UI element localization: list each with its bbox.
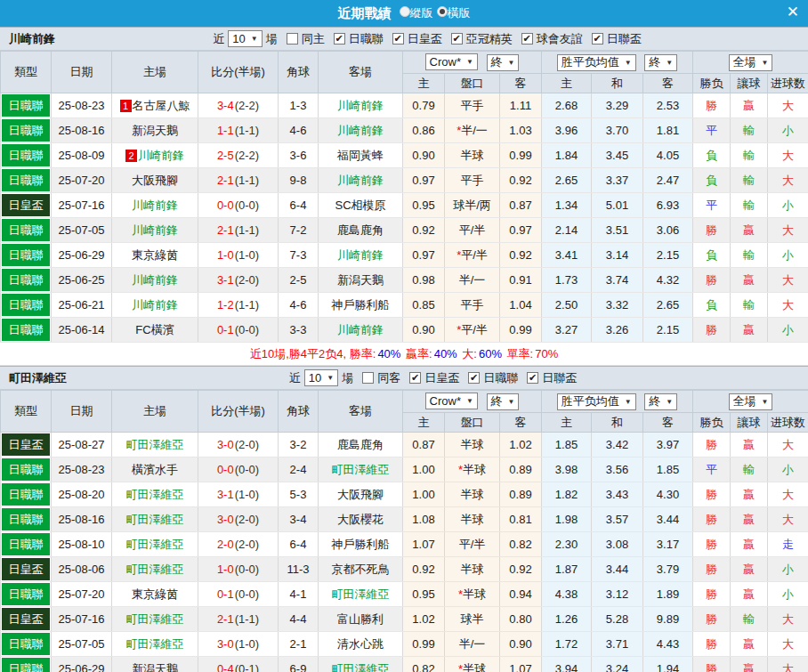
odds-company-select[interactable]: Crow* ▼ [425,393,478,409]
home-odds-cell: 0.92 [403,557,445,582]
view-radio-unselected[interactable] [400,6,410,17]
away-team-name: SC相模原 [335,198,385,212]
away-avg-cell: 2.47 [643,168,693,193]
handicap-result-cell: 輸 [731,243,768,268]
handicap-text: 半球 [461,488,484,501]
corner-cell: 5-3 [279,482,319,507]
league-type-badge: 日職聯 [2,119,50,142]
view-option-label: 縱版 [410,6,433,20]
result-cell: 負 [693,243,731,268]
odds-time-select[interactable]: 終 ▼ [487,393,520,410]
away-avg-cell: 6.93 [643,193,693,218]
odds-time-select[interactable]: 終 ▼ [487,54,520,71]
league-type-cell: 日皇盃 [1,193,52,218]
filter-checkbox[interactable]: ✔ [592,33,603,45]
handicap-text: 半球 [461,149,484,162]
odds-company-select[interactable]: Crow* ▼ [425,53,478,70]
fullmatch-group-header: 全場 ▼ [693,52,808,74]
home-team-name: 町田澤維亞 [126,612,184,626]
home-team-name: 町田澤維亞 [126,488,184,501]
corner-cell: 9-8 [279,168,319,193]
fulltime-score: 0-1 [217,323,234,336]
summary-segment: 70% [535,347,558,360]
filter-checkbox[interactable] [287,33,298,45]
home-team-cell: 町田澤維亞 [112,632,198,657]
col-home: 主場 [112,391,198,433]
match-row: 日皇盃25-08-27町田澤維亞3-0(2-0)3-2鹿島鹿角0.87半球1.0… [1,433,808,457]
handicap-cell: *平/半 [445,243,500,268]
col-score: 比分(半場) [198,391,279,433]
away-avg-cell: 1.94 [643,657,693,672]
handicap-text: 半球 [463,587,486,601]
away-odds-cell: 0.91 [500,268,542,293]
col-result: 勝负 [693,413,731,433]
league-type-badge: 日職聯 [2,658,50,672]
league-type-badge: 日職聯 [2,219,50,241]
near-label: 近 [213,31,224,47]
chevron-down-icon: ▼ [251,35,258,43]
col-avg-away: 客 [643,413,693,433]
home-odds-cell: 0.95 [403,582,445,607]
corner-cell: 6-4 [279,532,319,557]
filter-checkbox[interactable] [362,372,374,384]
handicap-result-cell: 輸 [731,118,768,143]
halftime-score: (0-0) [235,463,259,476]
page-title: 近期戰績 [338,5,392,22]
fulltime-score: 3-1 [217,273,234,287]
handicap-cell: *半球 [445,657,500,672]
filter-checkbox[interactable]: ✔ [392,33,404,45]
handicap-result-cell: 贏 [731,557,768,582]
draw-avg-cell: 3.29 [592,93,643,118]
draw-avg-cell: 3.44 [592,557,643,582]
match-row: 日職聯25-06-29東京綠茵1-0(1-0)7-3川崎前鋒0.97*平/半0.… [1,243,808,268]
score-cell: 3-4(2-2) [198,93,279,118]
league-type-badge: 日職聯 [2,483,50,506]
result-cell: 平 [693,118,731,143]
home-team-cell: 橫濱水手 [112,457,198,482]
close-icon[interactable]: ✕ [787,3,799,21]
filter-checkbox[interactable]: ✔ [409,372,421,384]
filter-checkbox[interactable]: ✔ [468,372,480,384]
handicap-text: 半球 [461,513,484,526]
halftime-score: (2-0) [235,273,259,287]
fullmatch-select[interactable]: 全場 ▼ [729,54,773,71]
home-odds-cell: 0.82 [403,657,445,672]
avg-type-select[interactable]: 胜平负均值 ▼ [557,393,636,410]
avg-time-select[interactable]: 終 ▼ [644,54,677,71]
away-avg-cell: 4.32 [643,268,693,293]
home-avg-cell: 2.30 [542,532,592,557]
league-type-cell: 日職聯 [1,268,52,293]
result-cell: 勝 [693,482,731,507]
filter-checkbox[interactable]: ✔ [334,33,345,45]
away-team-cell: 鹿島鹿角 [319,218,403,243]
match-row: 日職聯25-06-21川崎前鋒1-2(1-1)4-6神戶勝利船0.85平手1.0… [1,293,808,318]
halftime-score: (0-0) [235,587,259,601]
fulltime-score: 1-2 [217,298,234,312]
away-odds-cell: 1.11 [500,93,542,118]
avg-time-value: 終 [649,393,660,409]
avg-type-select[interactable]: 胜平负均值 ▼ [557,54,636,71]
home-team-name: 町田澤維亞 [126,438,184,451]
home-team-name: 新潟天鵝 [132,662,178,672]
avg-time-select[interactable]: 終 ▼ [644,393,677,410]
result-cell: 勝 [693,582,731,607]
home-team-name: 町田澤維亞 [126,563,184,576]
away-odds-cell: 0.80 [500,607,542,632]
halftime-score: (1-0) [235,488,259,501]
away-avg-cell: 9.89 [643,607,693,632]
filter-checkbox[interactable]: ✔ [527,372,538,384]
away-avg-cell: 3.44 [643,507,693,532]
games-count-select[interactable]: 10▼ [304,369,338,386]
date-cell: 25-08-16 [52,507,112,532]
filter-checkbox[interactable]: ✔ [451,33,463,45]
filter-checkbox[interactable]: ✔ [521,33,533,45]
league-type-cell: 日皇盃 [1,557,52,582]
home-team-name: 町田澤維亞 [126,538,184,551]
matches-table: 類型 日期 主場 比分(半場) 角球 客場 Crow* ▼ 終 ▼ [0,51,808,343]
fullmatch-select[interactable]: 全場 ▼ [729,393,773,410]
date-cell: 25-07-20 [52,168,112,193]
home-team-name: 東京綠茵 [132,587,178,601]
chevron-down-icon: ▼ [666,398,673,406]
view-radio-selected[interactable] [437,6,448,17]
games-count-select[interactable]: 10▼ [228,30,262,47]
